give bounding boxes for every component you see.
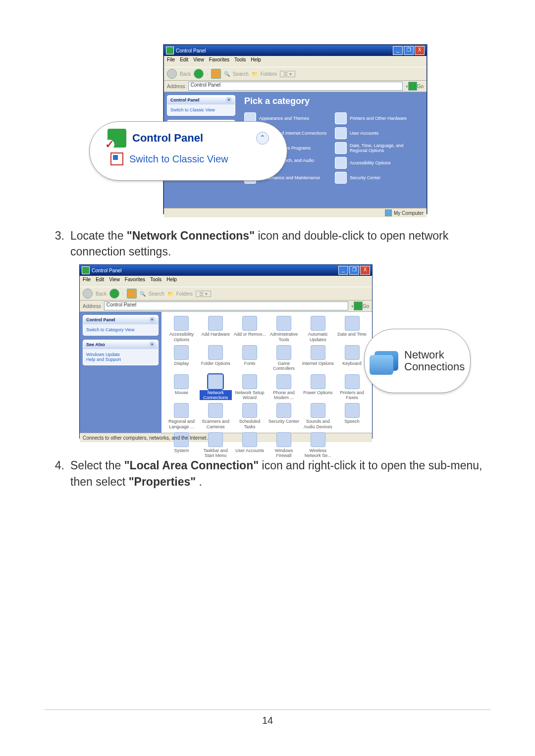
category-item[interactable]: User Accounts [335,127,421,139]
grid-item[interactable]: Fonts [234,345,266,371]
category-icon [335,127,347,139]
grid-item[interactable]: Keyboard [336,345,368,371]
see-also-link[interactable]: Windows Update [86,352,155,357]
address-input[interactable]: Control Panel [104,302,348,310]
menu-edit[interactable]: Edit [96,277,104,286]
maximize-button[interactable]: ❐ [349,266,359,275]
applet-icon [174,403,189,418]
grid-item[interactable]: Accessibility Options [165,316,198,342]
menubar[interactable]: File Edit View Favorites Tools Help [80,276,372,287]
forward-button[interactable] [109,289,119,299]
collapse-icon[interactable]: « [226,97,232,103]
grid-item[interactable]: Network Setup Wizard [234,374,266,401]
menu-tools[interactable]: Tools [234,57,246,66]
grid-item[interactable]: Security Center [268,403,300,429]
applet-label: System [174,448,189,453]
close-button[interactable]: X [415,46,425,55]
callout-label: Network Connections [404,349,465,373]
grid-item[interactable]: Display [165,345,198,371]
grid-item[interactable]: Wireless Network Se... [302,432,334,458]
minimize-button[interactable]: _ [338,266,348,275]
titlebar[interactable]: Control Panel _ ❐ X [80,265,372,276]
category-item[interactable]: Date, Time, Language, and Regional Optio… [335,142,421,154]
step-number: 3. [45,228,70,259]
step-3: 3. Locate the "Network Connections" icon… [45,228,490,259]
applet-icon [208,345,223,360]
applet-icon [242,432,257,447]
search-label[interactable]: Search [233,71,249,77]
expand-icon[interactable]: » [149,342,155,348]
grid-item[interactable]: Add Hardware [200,316,232,342]
menu-view[interactable]: View [193,57,204,66]
toolbar: Back · 🔍 Search 📁 Folders ☰ ▾ [80,287,372,301]
switch-view-link[interactable]: Switch to Category View [86,327,134,332]
close-button[interactable]: X [360,266,370,275]
menu-help[interactable]: Help [251,57,261,66]
collapse-icon[interactable]: « [149,317,155,323]
menubar[interactable]: File Edit View Favorites Tools Help [164,56,427,67]
menu-view[interactable]: View [109,277,120,286]
grid-item[interactable]: Power Options [302,374,334,401]
address-input[interactable]: Control Panel [188,82,403,91]
grid-item[interactable]: Phone and Modem ... [268,374,300,401]
folders-label[interactable]: Folders [176,291,193,297]
category-icon [335,142,347,154]
control-panel-icon [166,47,174,54]
menu-edit[interactable]: Edit [180,57,188,66]
grid-item[interactable]: Add or Remov... [234,316,266,342]
category-item[interactable]: Printers and Other Hardware [335,112,421,124]
callout-link[interactable]: Switch to Classic View [129,153,228,165]
addressbar: Address Control Panel ▾ Go [164,81,427,92]
grid-item[interactable]: Sounds and Audio Devices [302,403,334,429]
grid-item[interactable]: Mouse [165,374,198,401]
menu-file[interactable]: File [167,57,175,66]
forward-button[interactable] [194,69,204,79]
back-button[interactable] [83,289,93,299]
grid-item[interactable]: Date and Time [336,316,368,342]
minimize-button[interactable]: _ [393,46,403,55]
toolbar: Back · 🔍 Search 📁 Folders ☰ ▾ [164,67,427,81]
grid-item[interactable]: User Accounts [234,432,266,458]
panel-control-panel: Control Panel « Switch to Category View [83,315,159,336]
figure-control-panel-classic: Control Panel _ ❐ X File Edit View Favor… [79,264,466,443]
menu-file[interactable]: File [83,277,91,286]
see-also-link[interactable]: Help and Support [86,357,155,362]
menu-favorites[interactable]: Favorites [209,57,229,66]
grid-item[interactable]: Network Connections [200,374,232,401]
folders-label[interactable]: Folders [261,71,277,77]
up-button[interactable] [127,289,137,299]
grid-item[interactable]: Windows Firewall [268,432,300,458]
go-button[interactable] [354,302,363,310]
grid-item[interactable]: Speech [336,403,368,429]
page-number: 14 [262,715,273,726]
grid-item[interactable]: Internet Options [302,345,334,371]
grid-item[interactable]: Game Controllers [268,345,300,371]
category-item[interactable]: Accessibility Options [335,157,421,169]
applet-label: Scheduled Tasks [234,419,266,429]
go-button[interactable] [408,82,417,91]
callout-switch-classic: Control Panel ⌃ Switch to Classic View [89,121,287,181]
up-button[interactable] [211,69,221,79]
grid-item[interactable]: Printers and Faxes [336,374,368,401]
callout-network-connections: Network Connections [364,329,471,393]
grid-item[interactable]: Scheduled Tasks [234,403,266,429]
titlebar[interactable]: Control Panel _ ❐ X [164,45,427,56]
maximize-button[interactable]: ❐ [404,46,414,55]
menu-tools[interactable]: Tools [150,277,161,286]
icon-grid: Accessibility OptionsAdd HardwareAdd or … [161,312,372,433]
chevron-up-icon[interactable]: ⌃ [256,132,269,145]
window-title: Control Panel [176,48,206,53]
grid-item[interactable]: Automatic Updates [302,316,334,342]
grid-item[interactable]: Regional and Language ... [165,403,198,429]
category-item[interactable]: Security Center [335,172,421,184]
search-label[interactable]: Search [149,291,164,297]
back-button[interactable] [167,69,177,79]
grid-item[interactable]: Administrative Tools [268,316,300,342]
menu-favorites[interactable]: Favorites [125,277,145,286]
menu-help[interactable]: Help [166,277,177,286]
go-label: Go [417,84,424,89]
applet-label: Regional and Language ... [165,419,198,429]
switch-view-link[interactable]: Switch to Classic View [170,107,215,112]
grid-item[interactable]: Scanners and Cameras [200,403,232,429]
grid-item[interactable]: Folder Options [200,345,232,371]
